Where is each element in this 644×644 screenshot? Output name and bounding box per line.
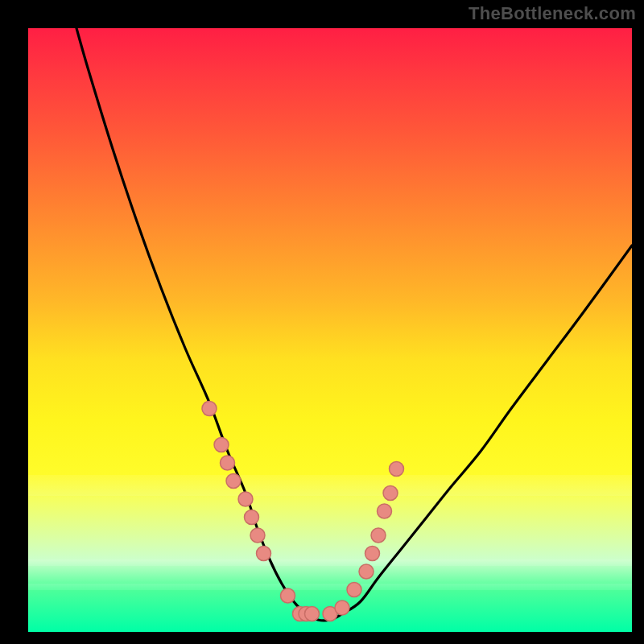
- bottleneck-curve: [76, 28, 632, 621]
- sample-marker: [335, 601, 349, 615]
- watermark-text: TheBottleneck.com: [469, 3, 636, 24]
- chart-svg: [28, 28, 632, 632]
- plot-area: [28, 28, 632, 632]
- sample-marker: [390, 462, 404, 477]
- sample-marker: [359, 564, 374, 579]
- sample-marker: [305, 607, 320, 621]
- sample-marker: [383, 486, 398, 501]
- sample-marker: [226, 474, 241, 489]
- sample-markers-group: [202, 402, 404, 621]
- sample-marker: [202, 402, 217, 416]
- sample-marker: [371, 528, 386, 543]
- sample-marker: [365, 547, 380, 561]
- sample-marker: [245, 510, 259, 525]
- chart-frame: TheBottleneck.com: [0, 0, 644, 644]
- sample-marker: [281, 588, 295, 603]
- sample-marker: [250, 528, 265, 543]
- sample-marker: [378, 504, 392, 518]
- sample-marker: [347, 583, 361, 597]
- sample-marker: [238, 492, 253, 506]
- sample-marker: [221, 456, 235, 470]
- sample-marker: [214, 438, 229, 452]
- sample-marker: [257, 547, 271, 561]
